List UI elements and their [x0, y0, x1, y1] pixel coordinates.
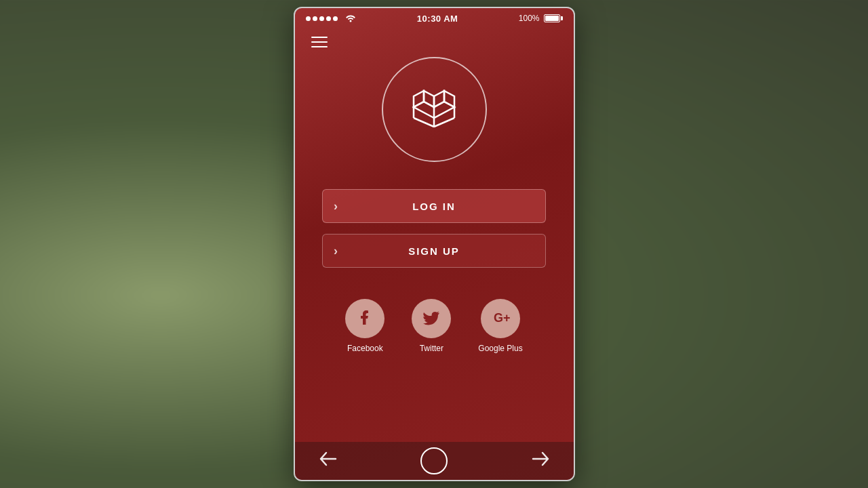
- svg-line-8: [434, 118, 454, 127]
- signal-dot-3: [319, 16, 324, 21]
- phone-frame: 10:30 AM 100%: [294, 7, 575, 481]
- svg-marker-3: [424, 91, 434, 107]
- svg-marker-1: [414, 91, 424, 107]
- hamburger-line-2: [311, 41, 328, 43]
- app-logo-circle: [382, 57, 487, 162]
- battery-body: [544, 14, 560, 22]
- social-section: Facebook Twitter G+: [309, 299, 560, 353]
- signup-button[interactable]: › SIGN UP: [322, 234, 546, 268]
- forward-button[interactable]: [532, 451, 549, 470]
- hamburger-line-1: [311, 37, 328, 38]
- signal-dots: [306, 16, 338, 21]
- battery-percentage: 100%: [519, 14, 540, 23]
- status-bar: 10:30 AM 100%: [295, 8, 574, 27]
- status-right: 100%: [519, 14, 563, 23]
- twitter-circle: [412, 299, 451, 338]
- back-button[interactable]: [319, 451, 337, 470]
- signal-dot-5: [333, 16, 338, 21]
- googleplus-icon: G+: [490, 308, 511, 329]
- twitter-label: Twitter: [420, 344, 443, 353]
- bottom-nav-bar: [295, 442, 574, 480]
- signup-label: SIGN UP: [323, 245, 545, 257]
- twitter-icon: [421, 308, 441, 329]
- login-button[interactable]: › LOG IN: [322, 189, 546, 223]
- signal-dot-4: [326, 16, 331, 21]
- twitter-social-item[interactable]: Twitter: [412, 299, 451, 353]
- status-left: [306, 13, 357, 24]
- battery-fill: [545, 16, 559, 21]
- signal-dot-2: [313, 16, 317, 21]
- signal-dot-1: [306, 16, 311, 21]
- back-arrow-icon: [319, 451, 337, 466]
- googleplus-circle: G+: [481, 299, 520, 338]
- app-content: › LOG IN › SIGN UP Facebook: [295, 27, 574, 442]
- hamburger-menu[interactable]: [309, 34, 330, 50]
- login-label: LOG IN: [323, 201, 545, 212]
- svg-text:G+: G+: [494, 311, 511, 325]
- svg-marker-4: [434, 91, 444, 107]
- googleplus-social-item[interactable]: G+ Google Plus: [478, 299, 522, 353]
- svg-marker-2: [444, 91, 454, 107]
- forward-arrow-icon: [532, 451, 549, 466]
- facebook-circle: [345, 299, 384, 338]
- wifi-icon: [344, 13, 357, 24]
- facebook-label: Facebook: [347, 344, 383, 353]
- hamburger-line-3: [311, 46, 328, 47]
- battery-icon: [544, 14, 563, 22]
- dropbox-logo-icon: [400, 76, 468, 144]
- login-arrow-icon: ›: [334, 199, 339, 214]
- facebook-social-item[interactable]: Facebook: [345, 299, 384, 353]
- status-time: 10:30 AM: [417, 14, 458, 24]
- social-icons-row: Facebook Twitter G+: [345, 299, 522, 353]
- signup-arrow-icon: ›: [334, 244, 339, 258]
- googleplus-label: Google Plus: [478, 344, 522, 353]
- facebook-icon: [355, 308, 375, 329]
- home-button[interactable]: [420, 447, 448, 474]
- battery-tip: [561, 16, 563, 20]
- svg-line-7: [414, 118, 434, 127]
